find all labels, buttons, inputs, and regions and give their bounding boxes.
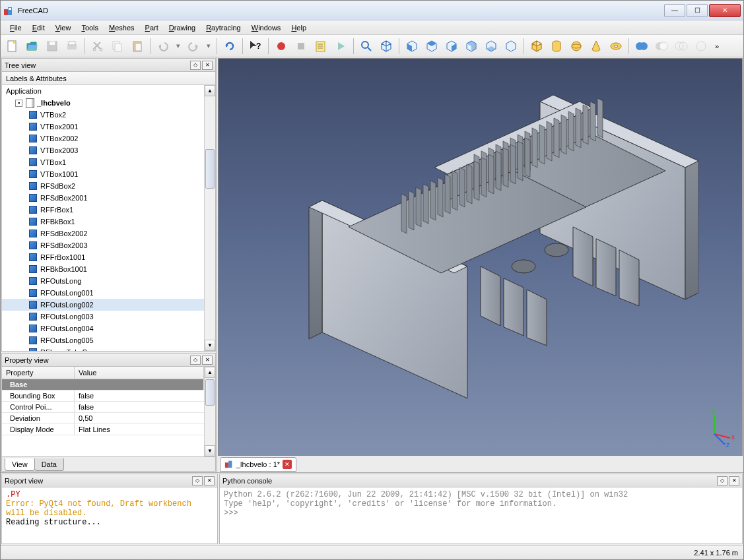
python-console-content[interactable]: Python 2.6.2 (r262:71600, Jun 22 2009, 2… bbox=[220, 487, 742, 544]
prop-scrollbar[interactable]: ▲ ▼ bbox=[204, 367, 215, 456]
property-value[interactable]: false bbox=[75, 390, 204, 401]
boolean-cut-icon[interactable] bbox=[652, 37, 671, 55]
scroll-thumb[interactable] bbox=[205, 379, 215, 406]
tree-item[interactable]: RFSdBox2001 bbox=[2, 192, 204, 204]
cut-icon[interactable] bbox=[88, 37, 107, 55]
record-icon[interactable] bbox=[272, 37, 290, 55]
tree-item[interactable]: RFOutsLong bbox=[2, 275, 204, 287]
boolean-section-icon[interactable] bbox=[692, 37, 710, 55]
minimize-button[interactable]: — bbox=[664, 4, 685, 17]
menu-edit[interactable]: Edit bbox=[27, 22, 50, 34]
dock-close-icon[interactable]: ✕ bbox=[202, 356, 213, 365]
property-value[interactable]: Flat Lines bbox=[75, 424, 204, 435]
property-tab-view[interactable]: View bbox=[5, 458, 35, 471]
titlebar[interactable]: FreeCAD — ☐ ✕ bbox=[1, 1, 743, 20]
scroll-down-icon[interactable]: ▼ bbox=[205, 340, 215, 351]
property-tab-data[interactable]: Data bbox=[34, 458, 64, 471]
dock-float-icon[interactable]: ◇ bbox=[192, 476, 203, 485]
stop-icon[interactable] bbox=[292, 37, 310, 55]
menu-help[interactable]: Help bbox=[286, 22, 312, 34]
tree-item[interactable]: RFSdBox2003 bbox=[2, 239, 204, 251]
collapse-icon[interactable]: ▪ bbox=[15, 100, 22, 107]
dock-close-icon[interactable]: ✕ bbox=[204, 476, 215, 485]
tree-item[interactable]: VTBox2003 bbox=[2, 144, 204, 156]
refresh-icon[interactable] bbox=[220, 37, 239, 55]
boolean-common-icon[interactable] bbox=[672, 37, 691, 55]
tree-item[interactable]: RFOutsLong004 bbox=[2, 323, 204, 334]
property-header[interactable]: Property bbox=[2, 367, 75, 379]
tree-item[interactable]: RFBkBox1001 bbox=[2, 263, 204, 275]
value-header[interactable]: Value bbox=[75, 367, 204, 379]
tree-item[interactable]: RFInnerTubsB bbox=[2, 346, 204, 351]
dock-float-icon[interactable]: ◇ bbox=[190, 356, 201, 365]
view-left-icon[interactable] bbox=[502, 37, 520, 55]
primitive-torus-icon[interactable] bbox=[607, 37, 625, 55]
view-bottom-icon[interactable] bbox=[482, 37, 500, 55]
menu-drawing[interactable]: Drawing bbox=[164, 22, 201, 34]
boolean-fuse-icon[interactable] bbox=[632, 37, 651, 55]
zoom-fit-icon[interactable] bbox=[357, 37, 376, 55]
dock-close-icon[interactable]: ✕ bbox=[729, 476, 739, 485]
property-row[interactable]: Deviation0,50 bbox=[2, 413, 204, 424]
view-iso-icon[interactable] bbox=[377, 37, 395, 55]
property-row[interactable]: Display ModeFlat Lines bbox=[2, 424, 204, 435]
menu-windows[interactable]: Windows bbox=[246, 22, 287, 34]
undo-icon[interactable] bbox=[154, 37, 172, 55]
dock-close-icon[interactable]: ✕ bbox=[202, 61, 213, 70]
menu-meshes[interactable]: Meshes bbox=[104, 22, 140, 34]
paste-icon[interactable] bbox=[128, 37, 147, 55]
save-icon[interactable] bbox=[43, 37, 61, 55]
dock-float-icon[interactable]: ◇ bbox=[717, 476, 727, 485]
view-rear-icon[interactable] bbox=[462, 37, 481, 55]
primitive-cylinder-icon[interactable] bbox=[547, 37, 566, 55]
tree-item[interactable]: RFBkBox1 bbox=[2, 216, 204, 228]
tree-view[interactable]: Application▪_lhcbveloVTBox2VTBox2001VTBo… bbox=[2, 85, 204, 351]
new-icon[interactable] bbox=[3, 37, 22, 55]
tree-item[interactable]: RFFrBox1001 bbox=[2, 251, 204, 263]
tree-item[interactable]: VTBox2001 bbox=[2, 121, 204, 133]
tree-item[interactable]: RFSdBox2 bbox=[2, 180, 204, 192]
tree-item[interactable]: VTBox2002 bbox=[2, 133, 204, 144]
document-tab[interactable]: _lhcbvelo : 1* ✕ bbox=[220, 457, 296, 472]
3d-viewport[interactable]: x y z bbox=[218, 58, 743, 456]
tree-item[interactable]: VTBox2 bbox=[2, 109, 204, 121]
view-top-icon[interactable] bbox=[423, 37, 441, 55]
scroll-up-icon[interactable]: ▲ bbox=[205, 367, 215, 378]
tab-close-icon[interactable]: ✕ bbox=[283, 460, 292, 469]
property-group[interactable]: Base bbox=[2, 379, 204, 390]
scroll-down-icon[interactable]: ▼ bbox=[205, 445, 215, 456]
toolbar-overflow-icon[interactable]: » bbox=[712, 37, 722, 55]
play-icon[interactable] bbox=[331, 37, 350, 55]
print-icon[interactable] bbox=[63, 37, 81, 55]
tree-item[interactable]: RFOutsLong002 bbox=[2, 299, 204, 311]
tree-item[interactable]: VTBox1001 bbox=[2, 168, 204, 180]
scroll-up-icon[interactable]: ▲ bbox=[205, 85, 215, 96]
tree-item[interactable]: RFSdBox2002 bbox=[2, 228, 204, 239]
menu-part[interactable]: Part bbox=[140, 22, 164, 34]
dock-float-icon[interactable]: ◇ bbox=[190, 61, 201, 70]
tree-document[interactable]: ▪_lhcbvelo bbox=[2, 97, 204, 109]
macro-icon[interactable] bbox=[312, 37, 330, 55]
tree-item[interactable]: VTBox1 bbox=[2, 156, 204, 168]
menu-view[interactable]: View bbox=[50, 22, 77, 34]
menu-file[interactable]: File bbox=[5, 22, 27, 34]
primitive-box-icon[interactable] bbox=[527, 37, 546, 55]
tree-item[interactable]: RFOutsLong003 bbox=[2, 311, 204, 323]
redo-drop-icon[interactable]: ▾ bbox=[204, 37, 213, 55]
close-button[interactable]: ✕ bbox=[709, 4, 741, 17]
copy-icon[interactable] bbox=[108, 37, 127, 55]
primitive-sphere-icon[interactable] bbox=[567, 37, 586, 55]
menu-tools[interactable]: Tools bbox=[76, 22, 104, 34]
tree-item[interactable]: RFFrBox1 bbox=[2, 204, 204, 216]
scroll-thumb[interactable] bbox=[205, 149, 215, 189]
property-value[interactable]: 0,50 bbox=[75, 413, 204, 423]
undo-drop-icon[interactable]: ▾ bbox=[174, 37, 183, 55]
view-front-icon[interactable] bbox=[403, 37, 421, 55]
primitive-cone-icon[interactable] bbox=[587, 37, 605, 55]
property-row[interactable]: Control Poi...false bbox=[2, 402, 204, 413]
open-icon[interactable] bbox=[23, 37, 42, 55]
tree-scrollbar[interactable]: ▲ ▼ bbox=[204, 85, 215, 351]
tree-item[interactable]: RFOutsLong001 bbox=[2, 287, 204, 299]
whatsthis-icon[interactable]: ? bbox=[246, 37, 265, 55]
menu-raytracing[interactable]: Raytracing bbox=[201, 22, 246, 34]
